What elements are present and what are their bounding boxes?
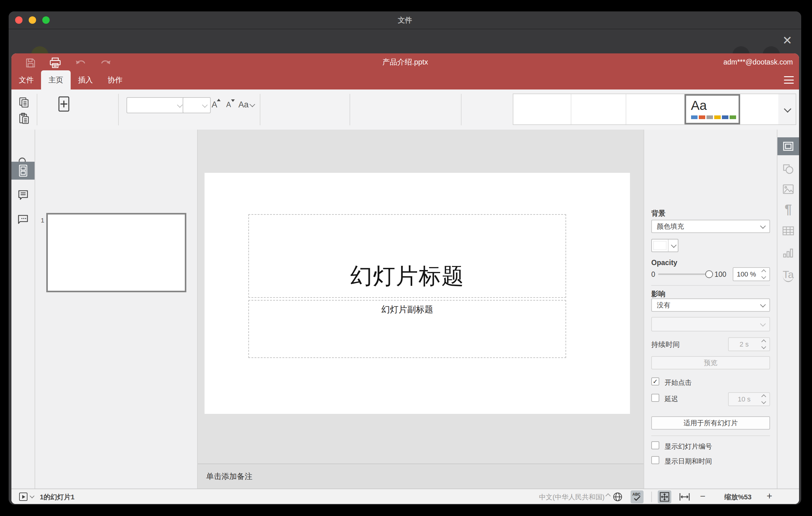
- spell-check-toggle[interactable]: ABC: [631, 490, 643, 503]
- arrow-down-icon: [231, 99, 235, 102]
- theme-gallery-expand-button[interactable]: [778, 94, 796, 124]
- zoom-in-button[interactable]: +: [767, 491, 772, 502]
- background-fill-select[interactable]: 颜色填充: [651, 220, 770, 233]
- color-swatch: [654, 241, 666, 250]
- opacity-max-label: 100: [715, 270, 726, 279]
- print-icon: [49, 57, 61, 68]
- arrow-up-icon: [217, 99, 221, 101]
- spinner-arrows-icon: [759, 340, 770, 348]
- opacity-spinner[interactable]: 100 %: [733, 267, 770, 281]
- sidebar-item-shape-settings[interactable]: [778, 160, 799, 178]
- slide-canvas-area: 幻灯片标题 幻灯片副标题 单击添加备注: [198, 130, 643, 489]
- tab-collaboration[interactable]: 协作: [100, 70, 130, 89]
- chevron-down-icon: [760, 302, 766, 307]
- effect-type-select-disabled: [651, 317, 770, 332]
- apply-to-all-slides-button[interactable]: 适用于所有幻灯片: [651, 416, 770, 430]
- duration-value: 2 s: [729, 340, 759, 348]
- notes-area[interactable]: 单击添加备注: [198, 463, 643, 489]
- paste-icon: [19, 113, 29, 124]
- sidebar-item-table-settings[interactable]: [778, 222, 799, 240]
- left-sidebar: [11, 130, 35, 489]
- effect-value: 没有: [657, 300, 670, 310]
- table-settings-icon: [782, 226, 794, 235]
- paste-button[interactable]: [18, 112, 31, 125]
- presentation-editor: 产品介绍.pptx adm***@dootask.com 文件 主页: [11, 53, 799, 504]
- delay-value: 10 s: [729, 395, 759, 403]
- decrease-font-button[interactable]: A: [222, 98, 235, 111]
- show-slide-number-checkbox[interactable]: [651, 441, 659, 449]
- redo-icon: [100, 59, 111, 67]
- title-placeholder[interactable]: 幻灯片标题: [248, 214, 566, 298]
- language-selector[interactable]: 中文(中华人民共和国): [539, 492, 605, 502]
- fill-type-value: 颜色填充: [657, 222, 684, 231]
- slides-panel-icon: [18, 165, 28, 177]
- theme-tile-selected[interactable]: Aa: [685, 94, 740, 124]
- sidebar-item-chart-settings[interactable]: [778, 244, 799, 262]
- delay-checkbox[interactable]: [651, 394, 659, 402]
- theme-tile[interactable]: [513, 94, 571, 124]
- document-language-button[interactable]: [612, 491, 624, 503]
- image-settings-icon: [782, 184, 794, 194]
- sidebar-item-comments[interactable]: [11, 186, 34, 204]
- document-title: 产品介绍.pptx: [11, 53, 799, 73]
- add-slide-button[interactable]: [55, 95, 73, 113]
- zoom-out-button[interactable]: −: [700, 491, 705, 501]
- fit-to-width-button[interactable]: [678, 491, 691, 503]
- print-button[interactable]: [49, 58, 61, 68]
- background-color-picker[interactable]: [651, 239, 678, 252]
- play-icon: [22, 495, 25, 499]
- start-slideshow-status-button[interactable]: [19, 492, 27, 501]
- subtitle-placeholder[interactable]: 幻灯片副标题: [248, 300, 566, 358]
- sidebar-item-image-settings[interactable]: [778, 180, 799, 198]
- opacity-slider-track[interactable]: [658, 274, 710, 275]
- sidebar-item-slide-settings[interactable]: [778, 137, 799, 155]
- undo-button[interactable]: [74, 58, 87, 68]
- color-picker-arrow: [668, 239, 678, 252]
- zoom-value: 缩放%53: [721, 492, 755, 502]
- sidebar-item-slides-overlay[interactable]: [11, 162, 34, 180]
- font-size-combobox[interactable]: [183, 97, 211, 113]
- slide[interactable]: 幻灯片标题 幻灯片副标题: [205, 173, 630, 414]
- save-icon: [25, 58, 36, 68]
- opacity-slider-knob[interactable]: [705, 270, 713, 278]
- hamburger-menu-icon[interactable]: [784, 76, 794, 84]
- ribbon-tabs: 文件 主页 插入 协作: [11, 70, 130, 89]
- theme-palette: [691, 115, 736, 119]
- slide-thumbnail[interactable]: [46, 213, 186, 292]
- preview-button: 预览: [651, 356, 770, 369]
- undo-icon: [75, 59, 86, 67]
- redo-button[interactable]: [100, 58, 112, 68]
- fit-to-slide-toggle[interactable]: [658, 490, 671, 503]
- change-case-button[interactable]: Aa: [235, 98, 257, 111]
- sidebar-item-chat[interactable]: [11, 210, 34, 228]
- opacity-min-label: 0: [651, 270, 655, 279]
- increase-font-button[interactable]: A: [208, 98, 221, 111]
- tab-file[interactable]: 文件: [11, 70, 41, 89]
- theme-tile[interactable]: [740, 94, 778, 124]
- slideshow-mode-arrow[interactable]: [30, 495, 33, 498]
- theme-tile-label: Aa: [691, 98, 707, 113]
- theme-tile[interactable]: [626, 94, 684, 124]
- copy-icon: [19, 97, 29, 108]
- comment-icon: [18, 190, 29, 200]
- chevron-down-icon: [760, 321, 766, 326]
- copy-button[interactable]: [18, 96, 31, 109]
- effect-select[interactable]: 没有: [651, 298, 770, 312]
- tab-home[interactable]: 主页: [41, 70, 71, 89]
- start-on-click-checkbox[interactable]: ✓: [651, 377, 659, 385]
- save-button[interactable]: [24, 58, 37, 68]
- slide-thumbnail-number: 1: [41, 217, 45, 224]
- sidebar-item-paragraph-settings[interactable]: ¶: [778, 200, 799, 218]
- close-icon[interactable]: ✕: [780, 33, 795, 48]
- sidebar-item-textart-settings[interactable]: Ta: [778, 266, 799, 284]
- tab-insert[interactable]: 插入: [71, 70, 100, 89]
- delay-spinner: 10 s: [728, 392, 770, 406]
- screenshot-stage: 文件 ✕ 产品介绍.pptx adm***@dootask.com: [0, 0, 812, 516]
- theme-tile[interactable]: [571, 94, 626, 124]
- show-date-checkbox[interactable]: [651, 456, 659, 464]
- chevron-down-icon: [784, 105, 791, 113]
- font-name-combobox[interactable]: [126, 97, 186, 113]
- spinner-arrows-icon[interactable]: [759, 270, 770, 278]
- add-slide-icon: [58, 96, 70, 112]
- increase-font-label: A: [208, 100, 221, 110]
